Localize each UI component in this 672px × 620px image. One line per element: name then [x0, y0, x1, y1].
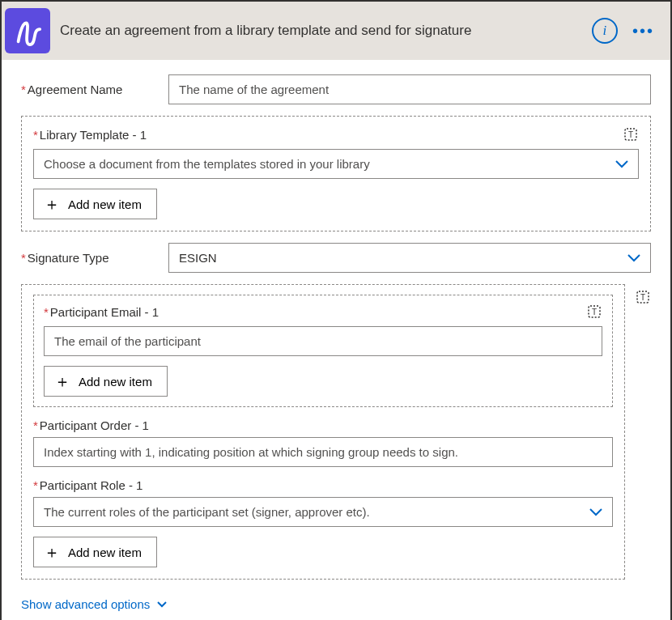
add-button-label: Add new item	[79, 375, 152, 389]
agreement-name-label: Agreement Name	[21, 83, 157, 96]
library-template-select[interactable]: Choose a document from the templates sto…	[33, 149, 639, 179]
library-template-add-button[interactable]: ＋ Add new item	[33, 189, 157, 219]
signature-type-row: Signature Type ESIGN	[21, 243, 651, 273]
card-body: Agreement Name The name of the agreement…	[2, 60, 670, 620]
svg-text:T: T	[640, 293, 645, 302]
svg-text:T: T	[628, 130, 633, 139]
participant-email-label: Participant Email - 1	[44, 305, 159, 319]
more-icon[interactable]: •••	[627, 22, 659, 40]
plus-icon: ＋	[44, 544, 60, 560]
array-settings-icon[interactable]: T	[586, 304, 602, 320]
signature-type-select[interactable]: ESIGN	[168, 243, 651, 273]
participant-order-field: Participant Order - 1 Index starting wit…	[33, 418, 613, 467]
participants-group: Participant Email - 1 T The email of the…	[21, 284, 625, 580]
chevron-down-icon	[615, 159, 629, 169]
participant-order-input[interactable]: Index starting with 1, indicating positi…	[33, 437, 613, 467]
show-advanced-options-link[interactable]: Show advanced options	[21, 596, 168, 613]
library-template-group: Library Template - 1 T Choose a document…	[21, 116, 651, 231]
signature-type-label: Signature Type	[21, 251, 157, 265]
show-advanced-label: Show advanced options	[21, 597, 150, 611]
action-card: Create an agreement from a library templ…	[0, 0, 672, 620]
participant-email-input[interactable]: The email of the participant	[44, 326, 602, 356]
chevron-down-icon	[156, 601, 168, 609]
plus-icon: ＋	[44, 196, 60, 212]
participant-role-label: Participant Role - 1	[33, 478, 613, 492]
participant-role-select[interactable]: The current roles of the participant set…	[33, 497, 613, 527]
card-title: Create an agreement from a library templ…	[60, 23, 582, 39]
array-settings-icon[interactable]: T	[623, 126, 639, 142]
participant-email-add-button[interactable]: ＋ Add new item	[44, 366, 168, 397]
card-header: Create an agreement from a library templ…	[2, 2, 670, 60]
library-template-select-text: Choose a document from the templates sto…	[33, 149, 639, 179]
info-icon[interactable]: i	[592, 18, 618, 44]
chevron-down-icon	[589, 507, 603, 517]
signature-type-value: ESIGN	[168, 243, 651, 273]
agreement-name-row: Agreement Name The name of the agreement	[21, 74, 651, 104]
library-template-label: Library Template - 1	[33, 128, 147, 142]
participant-role-select-text: The current roles of the participant set…	[33, 497, 613, 527]
svg-text:T: T	[592, 308, 597, 316]
array-settings-icon[interactable]: T	[635, 289, 651, 305]
chevron-down-icon	[627, 253, 641, 263]
plus-icon: ＋	[54, 373, 70, 389]
adobe-acrobat-icon	[5, 8, 50, 53]
participants-add-button[interactable]: ＋ Add new item	[33, 537, 157, 567]
add-button-label: Add new item	[68, 546, 142, 559]
add-button-label: Add new item	[68, 197, 142, 211]
agreement-name-input[interactable]: The name of the agreement	[168, 74, 651, 104]
participant-order-label: Participant Order - 1	[33, 418, 613, 432]
participant-email-group: Participant Email - 1 T The email of the…	[33, 295, 613, 407]
participant-role-field: Participant Role - 1 The current roles o…	[33, 478, 613, 527]
